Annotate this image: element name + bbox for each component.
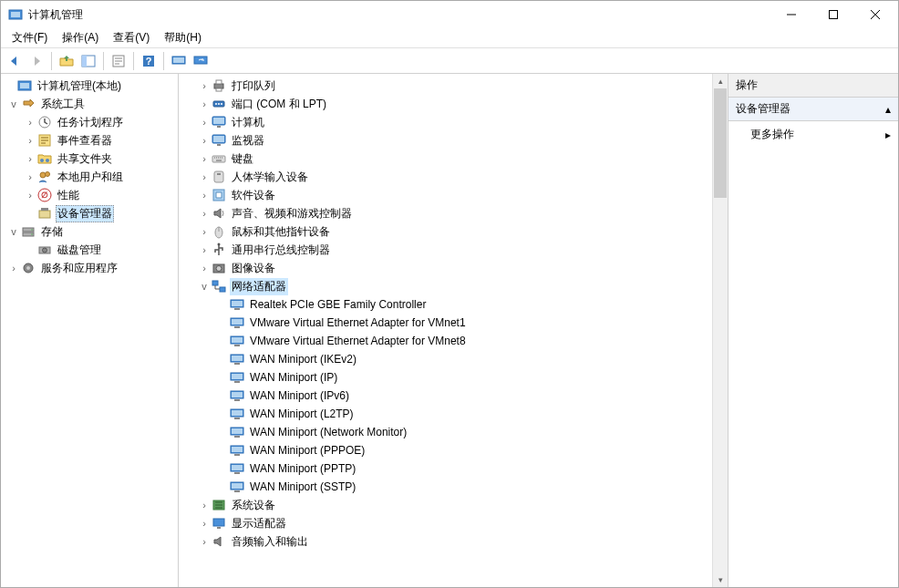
- network-adapter-item[interactable]: WAN Miniport (IP): [190, 368, 712, 387]
- cat-audio-io[interactable]: ›音频输入和输出: [190, 532, 712, 551]
- cat-mice[interactable]: ›鼠标和其他指针设备: [190, 222, 712, 241]
- expand-icon[interactable]: ›: [197, 115, 212, 129]
- hammer-icon: [21, 97, 36, 111]
- expand-icon[interactable]: ›: [197, 206, 212, 221]
- network-adapter-item[interactable]: VMware Virtual Ethernet Adapter for VMne…: [190, 314, 712, 332]
- expand-icon[interactable]: ›: [197, 242, 212, 257]
- tree-task-scheduler[interactable]: › 任务计划程序: [1, 113, 178, 131]
- cat-display-adapters[interactable]: ›显示适配器: [190, 514, 712, 532]
- forward-button[interactable]: [26, 51, 46, 71]
- expand-icon[interactable]: ›: [197, 261, 212, 275]
- menu-file[interactable]: 文件(F): [5, 28, 55, 47]
- collapse-icon[interactable]: ▴: [885, 103, 891, 116]
- network-adapter-item[interactable]: WAN Miniport (Network Monitor): [190, 423, 712, 441]
- show-hide-button[interactable]: [78, 51, 98, 71]
- tree-shared-folders[interactable]: › 共享文件夹: [1, 150, 178, 168]
- cat-print-queues[interactable]: ›打印队列: [190, 77, 712, 95]
- titlebar: 计算机管理: [1, 1, 898, 28]
- tree-local-users[interactable]: › 本地用户和组: [1, 168, 178, 186]
- expand-icon[interactable]: ›: [6, 261, 21, 275]
- menu-action[interactable]: 操作(A): [55, 28, 106, 47]
- cat-hid[interactable]: ›人体学输入设备: [190, 168, 712, 186]
- collapse-icon[interactable]: v: [197, 279, 212, 294]
- tree-event-viewer[interactable]: › 事件查看器: [1, 131, 178, 150]
- audio-icon: [212, 534, 226, 549]
- expand-icon[interactable]: ›: [23, 133, 37, 148]
- cat-system-devices[interactable]: ›系统设备: [190, 496, 712, 514]
- help-button[interactable]: ?: [139, 51, 159, 71]
- network-adapter-item[interactable]: WAN Miniport (PPPOE): [190, 441, 712, 459]
- network-adapter-item[interactable]: WAN Miniport (IPv6): [190, 387, 712, 405]
- printer-icon: [212, 78, 226, 93]
- cat-usb[interactable]: ›通用串行总线控制器: [190, 241, 712, 259]
- maximize-button[interactable]: [812, 1, 854, 28]
- svg-rect-48: [82, 56, 87, 67]
- gear-icon: [21, 261, 36, 275]
- tree-storage[interactable]: v 存储: [1, 222, 178, 241]
- menu-view[interactable]: 查看(V): [106, 28, 157, 47]
- tree-services[interactable]: › 服务和应用程序: [1, 259, 178, 277]
- actions-section[interactable]: 设备管理器 ▴: [728, 98, 898, 121]
- expand-icon[interactable]: ›: [197, 516, 212, 531]
- cat-software-devices[interactable]: ›软件设备: [190, 186, 712, 204]
- expand-icon[interactable]: ›: [197, 78, 212, 93]
- event-icon: [37, 133, 52, 148]
- tree-performance[interactable]: › 性能: [1, 186, 178, 204]
- expand-icon[interactable]: ›: [23, 188, 37, 202]
- users-icon: [37, 170, 52, 184]
- cat-ports[interactable]: ›端口 (COM 和 LPT): [190, 95, 712, 113]
- expand-icon[interactable]: ›: [197, 498, 212, 512]
- collapse-icon[interactable]: v: [6, 97, 21, 111]
- menubar: 文件(F) 操作(A) 查看(V) 帮助(H): [1, 28, 898, 48]
- expand-icon[interactable]: ›: [197, 188, 212, 202]
- scan-button[interactable]: [169, 51, 189, 71]
- tree-device-manager[interactable]: 设备管理器: [1, 204, 178, 222]
- cat-monitors[interactable]: ›监视器: [190, 131, 712, 150]
- minimize-button[interactable]: [770, 1, 812, 28]
- cat-keyboards[interactable]: ›键盘: [190, 150, 712, 168]
- tree-root[interactable]: 计算机管理(本地): [1, 77, 178, 95]
- back-button[interactable]: [5, 51, 25, 71]
- cat-computer[interactable]: ›计算机: [190, 113, 712, 131]
- more-actions[interactable]: 更多操作 ▸: [728, 121, 898, 148]
- menu-help[interactable]: 帮助(H): [157, 28, 209, 47]
- properties-button[interactable]: [108, 51, 129, 71]
- device-tree[interactable]: ›打印队列 ›端口 (COM 和 LPT) ›计算机 ›监视器 ›键盘 ›人体学…: [179, 74, 712, 587]
- network-adapter-item[interactable]: WAN Miniport (IKEv2): [190, 350, 712, 368]
- scrollbar[interactable]: ▴ ▾: [712, 74, 728, 587]
- storage-icon: [21, 224, 36, 239]
- expand-icon[interactable]: ›: [23, 151, 37, 166]
- collapse-icon[interactable]: v: [6, 224, 21, 239]
- expand-icon[interactable]: ›: [197, 97, 212, 111]
- expand-icon[interactable]: ›: [197, 534, 212, 549]
- expand-icon[interactable]: ›: [197, 133, 212, 148]
- tree-system-tools[interactable]: v 系统工具: [1, 95, 178, 113]
- tree-disk-mgmt[interactable]: 磁盘管理: [1, 241, 178, 259]
- expand-icon[interactable]: ›: [197, 224, 212, 239]
- scroll-down-icon[interactable]: ▾: [713, 573, 728, 587]
- cat-network-adapters[interactable]: v网络适配器: [190, 277, 712, 295]
- expand-icon[interactable]: ›: [23, 115, 37, 129]
- sysdev-icon: [212, 498, 226, 512]
- refresh-button[interactable]: [191, 51, 211, 71]
- network-adapter-item[interactable]: WAN Miniport (PPTP): [190, 459, 712, 478]
- left-tree[interactable]: 计算机管理(本地) v 系统工具 › 任务计划程序 › 事件查看器 › 共享文件…: [1, 74, 179, 587]
- imaging-icon: [212, 261, 226, 275]
- monitor-icon: [212, 115, 226, 129]
- performance-icon: [37, 188, 52, 202]
- network-adapter-item[interactable]: WAN Miniport (L2TP): [190, 405, 712, 423]
- netcard-icon: [230, 334, 244, 348]
- cat-imaging[interactable]: ›图像设备: [190, 259, 712, 277]
- collapse-icon[interactable]: [3, 78, 17, 93]
- network-adapter-item[interactable]: Realtek PCIe GBE Family Controller: [190, 295, 712, 314]
- expand-icon[interactable]: ›: [197, 170, 212, 184]
- scroll-up-icon[interactable]: ▴: [713, 74, 728, 88]
- network-adapter-item[interactable]: VMware Virtual Ethernet Adapter for VMne…: [190, 332, 712, 350]
- close-button[interactable]: [854, 1, 896, 28]
- up-button[interactable]: [57, 51, 77, 71]
- cat-sound[interactable]: ›声音、视频和游戏控制器: [190, 204, 712, 222]
- network-adapter-item[interactable]: WAN Miniport (SSTP): [190, 478, 712, 496]
- expand-icon[interactable]: ›: [23, 170, 37, 184]
- scrollbar-thumb[interactable]: [714, 88, 727, 198]
- expand-icon[interactable]: ›: [197, 151, 212, 166]
